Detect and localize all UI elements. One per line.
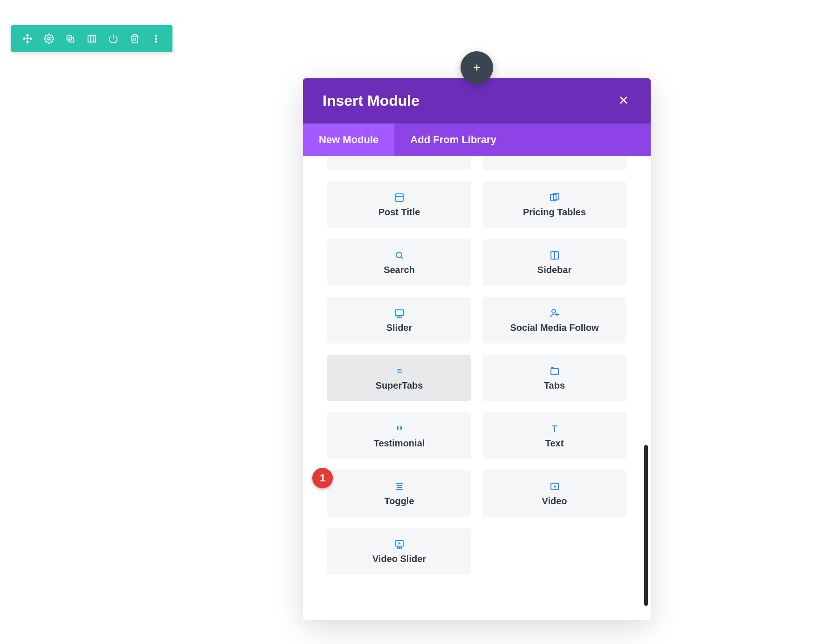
- tabs-icon: [549, 365, 560, 377]
- section-toolbar: [11, 25, 172, 52]
- module-label: Text: [545, 438, 564, 449]
- module-sidebar[interactable]: Sidebar: [482, 239, 626, 286]
- module-pricing-tables[interactable]: Pricing Tables: [482, 181, 626, 228]
- module-label: Sidebar: [537, 265, 571, 275]
- tab-new-module[interactable]: New Module: [303, 123, 394, 156]
- slider-icon: [394, 308, 405, 319]
- module-label: Slider: [386, 322, 413, 333]
- module-video[interactable]: Video: [482, 470, 626, 517]
- module-label: Search: [384, 265, 415, 275]
- text-icon: [549, 423, 560, 434]
- module-text[interactable]: Text: [482, 412, 626, 459]
- module-post-slider[interactable]: Post Slider: [482, 156, 626, 170]
- module-label: Video: [542, 496, 567, 507]
- video-icon: [549, 481, 560, 492]
- power-icon[interactable]: [106, 32, 120, 46]
- modal-body: Post Navigation Post Slider Post Title P…: [303, 156, 651, 620]
- testimonial-icon: [394, 423, 405, 434]
- module-search[interactable]: Search: [327, 239, 471, 286]
- module-label: Pricing Tables: [523, 207, 586, 218]
- tab-add-from-library[interactable]: Add From Library: [394, 123, 512, 156]
- toggle-icon: [394, 481, 405, 492]
- module-toggle[interactable]: Toggle: [327, 470, 471, 517]
- module-grid: Post Navigation Post Slider Post Title P…: [303, 156, 651, 589]
- sidebar-icon: [549, 250, 560, 261]
- supertabs-icon: [395, 365, 404, 377]
- video-slider-icon: [394, 539, 405, 550]
- modal-tabs: New Module Add From Library: [303, 123, 651, 156]
- module-label: Social Media Follow: [510, 322, 598, 333]
- module-label: Toggle: [384, 496, 414, 507]
- module-label: Testimonial: [374, 438, 425, 449]
- module-post-navigation[interactable]: Post Navigation: [327, 156, 471, 170]
- gear-icon[interactable]: [42, 32, 56, 46]
- more-icon[interactable]: [149, 32, 163, 46]
- scrollbar-thumb[interactable]: [644, 445, 648, 606]
- module-social-follow[interactable]: Social Media Follow: [482, 297, 626, 343]
- close-icon[interactable]: [616, 93, 631, 110]
- modal-header: Insert Module: [303, 78, 651, 123]
- duplicate-icon[interactable]: [63, 32, 77, 46]
- pricing-tables-icon: [549, 192, 560, 203]
- columns-icon[interactable]: [85, 32, 99, 46]
- post-title-icon: [394, 192, 405, 203]
- insert-module-modal: Insert Module New Module Add From Librar…: [303, 78, 651, 620]
- module-testimonial[interactable]: Testimonial: [327, 412, 471, 459]
- modal-title: Insert Module: [323, 92, 420, 110]
- module-video-slider[interactable]: Video Slider: [327, 528, 471, 575]
- trash-icon[interactable]: [128, 32, 142, 46]
- move-icon[interactable]: [21, 32, 34, 46]
- module-label: Tabs: [544, 380, 565, 391]
- annotation-badge-1: 1: [312, 468, 333, 488]
- module-tabs[interactable]: Tabs: [482, 355, 626, 401]
- search-icon: [394, 250, 405, 261]
- module-slider[interactable]: Slider: [327, 297, 471, 343]
- module-post-title[interactable]: Post Title: [327, 181, 471, 228]
- social-follow-icon: [549, 308, 560, 319]
- module-label: Post Title: [378, 207, 420, 218]
- module-supertabs[interactable]: SuperTabs: [327, 355, 471, 401]
- module-label: SuperTabs: [376, 380, 423, 391]
- module-label: Video Slider: [372, 554, 426, 564]
- add-module-button[interactable]: [461, 51, 493, 84]
